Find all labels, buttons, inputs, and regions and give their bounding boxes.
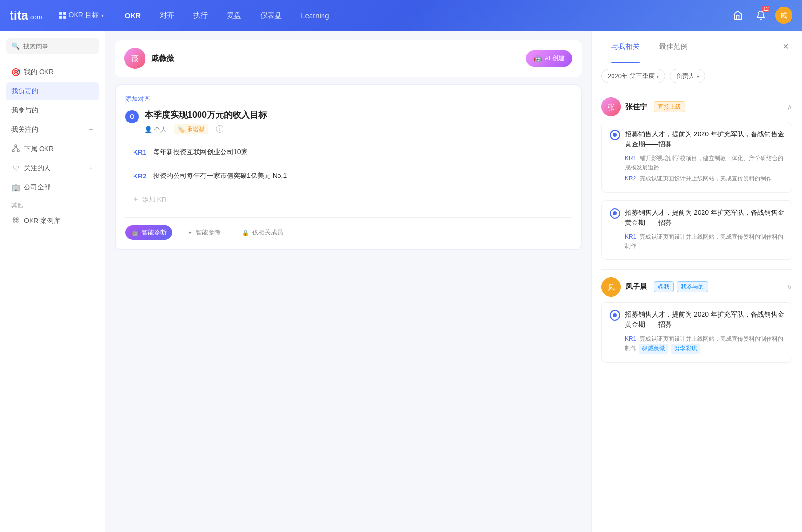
person-tags-zhang: 直接上级	[654, 101, 685, 112]
svg-text:张: 张	[608, 103, 615, 111]
sidebar-item-follow-people[interactable]: ♡ 关注的人 +	[6, 159, 99, 177]
okr-objective: O 本季度实现1000万元的收入目标 👤 个人 🏷️ 承诺型	[125, 109, 571, 134]
meta-personal: 👤 个人	[145, 125, 167, 134]
sidebar-item-subordinate-okr[interactable]: 下属 OKR	[6, 140, 99, 158]
right-panel: 与我相关 最佳范例 × 2020年 第三季度 ▾ 负责人 ▾	[591, 31, 802, 532]
svg-text:薇: 薇	[131, 55, 139, 63]
period-filter-label: 2020年 第三季度	[608, 72, 655, 80]
person-section-zhang: 张 张佳宁 直接上级 ∧	[602, 97, 792, 260]
subordinate-okr-label: 下属 OKR	[24, 145, 54, 154]
smart-diagnosis-button[interactable]: 🤖 智能诊断	[125, 225, 172, 240]
sidebar-item-following[interactable]: 我关注的 +	[6, 121, 99, 139]
objective-meta: 👤 个人 🏷️ 承诺型 ⓘ	[145, 124, 267, 134]
svg-point-7	[13, 218, 15, 220]
follow-people-label: 关注的人	[24, 164, 51, 173]
smart-reference-button[interactable]: ✦ 智能参考	[182, 225, 226, 240]
tab-best-practice[interactable]: 最佳范例	[649, 38, 697, 55]
add-follow-people-icon[interactable]: +	[89, 164, 93, 173]
add-align-link[interactable]: 添加对齐	[125, 95, 571, 103]
add-kr-button[interactable]: + 添加 KR	[125, 190, 571, 210]
owner-filter-label: 负责人	[676, 72, 695, 80]
kr-text-1: 每年新投资互联网创业公司10家	[153, 148, 248, 156]
search-icon: 🔍	[11, 42, 20, 50]
logo-tita: tita	[10, 8, 28, 23]
person-name-feng: 凤子晨	[625, 282, 647, 291]
result-title-text-feng-1[interactable]: 招募销售人才，提前为 2020 年扩充军队，备战销售金黄金期——招募	[625, 310, 784, 330]
collapse-zhang-button[interactable]: ∧	[787, 102, 792, 111]
kr-text-2: 投资的公司每年有一家市值突破1亿美元 No.1	[153, 172, 287, 180]
building-icon: 🏢	[11, 183, 20, 192]
participating-label: 我参与的	[11, 106, 38, 115]
nav-item-dashboard[interactable]: 仪表盘	[253, 8, 290, 23]
notification-badge: 12	[761, 6, 770, 12]
other-section-label: 其他	[6, 198, 99, 211]
nav-item-align[interactable]: 对齐	[152, 8, 182, 23]
nav-item-review[interactable]: 复盘	[219, 8, 249, 23]
ai-create-button[interactable]: 🤖 AI 创建	[526, 50, 572, 66]
nav-right-icons: 12 戚	[729, 7, 792, 24]
notification-icon-button[interactable]: 12	[752, 7, 769, 24]
search-input[interactable]	[23, 43, 93, 50]
owner-filter-button[interactable]: 负责人 ▾	[670, 69, 705, 83]
section-divider	[602, 269, 792, 270]
add-following-icon[interactable]: +	[89, 125, 93, 134]
kr-item-2[interactable]: KR2 投资的公司每年有一家市值突破1亿美元 No.1	[125, 166, 571, 186]
svg-line-5	[13, 147, 16, 150]
sidebar-item-responsible[interactable]: 我负责的	[6, 82, 99, 100]
sidebar-item-participating[interactable]: 我参与的	[6, 101, 99, 120]
related-members-button[interactable]: 🔒 仅相关成员	[236, 225, 289, 240]
kr-item-1[interactable]: KR1 每年新投资互联网创业公司10家	[125, 142, 571, 162]
grid-icon	[59, 12, 66, 19]
person-icon: 👤	[145, 126, 152, 133]
sidebar-item-company-all[interactable]: 🏢 公司全部	[6, 178, 99, 197]
okr-target-label: OKR 目标	[69, 11, 99, 20]
period-filter-arrow-icon: ▾	[657, 74, 659, 79]
meta-info-icon[interactable]: ⓘ	[216, 124, 223, 134]
case-library-icon	[11, 216, 20, 225]
kr-num-feng-icon: KR1	[625, 335, 636, 342]
search-box[interactable]: 🔍	[6, 38, 99, 54]
participating-tag: 我参与的	[677, 281, 708, 292]
okr-result-zhang-2: 招募销售人才，提前为 2020 年扩充军队，备战销售金黄金期——招募 KR1 完…	[602, 200, 792, 260]
result-title-text-zhang-2[interactable]: 招募销售人才，提前为 2020 年扩充军队，备战销售金黄金期——招募	[625, 208, 784, 228]
result-circle-feng-icon	[610, 310, 620, 321]
person-section-feng: 凤 凤子晨 @我 我参与的 ∨	[602, 277, 792, 363]
logo[interactable]: tita com	[10, 8, 42, 23]
dropdown-arrow-icon: ▾	[101, 13, 104, 18]
home-icon-button[interactable]	[729, 7, 746, 24]
sidebar-item-case-library[interactable]: OKR 案例库	[6, 211, 99, 230]
kr-detail-zhang-2-1: KR1 完成认证页面设计并上线网站，完成宣传资料的制作料的制作	[625, 233, 784, 251]
svg-point-3	[12, 150, 14, 152]
nav-item-execute[interactable]: 执行	[186, 8, 215, 23]
close-panel-button[interactable]: ×	[779, 40, 792, 54]
nav-item-learning[interactable]: Learning	[293, 9, 336, 22]
okr-result-title-zhang-1: 招募销售人才，提前为 2020 年扩充军队，备战销售金黄金期——招募	[610, 129, 784, 149]
target-icon: 🎯	[11, 68, 20, 77]
svg-point-4	[17, 150, 19, 152]
add-kr-label: 添加 KR	[142, 196, 167, 204]
objective-title[interactable]: 本季度实现1000万元的收入目标	[145, 109, 267, 121]
panel-content: 张 张佳宁 直接上级 ∧	[592, 89, 802, 532]
okr-actions: 🤖 智能诊断 ✦ 智能参考 🔒 仅相关成员	[125, 217, 571, 240]
mention-tag-2: @李彩琪	[671, 344, 700, 354]
flag-icon: 🏷️	[178, 126, 185, 133]
following-label: 我关注的	[11, 125, 38, 134]
person-name-zhang: 张佳宁	[625, 102, 647, 111]
main-panel: 薇 戚薇薇 🤖 AI 创建 添加对齐 O 本季度实现1000万元的收入目标	[105, 31, 591, 532]
collapse-feng-button[interactable]: ∨	[787, 282, 792, 291]
period-filter-button[interactable]: 2020年 第三季度 ▾	[602, 69, 665, 83]
okr-result-title-zhang-2: 招募销售人才，提前为 2020 年扩充军队，备战销售金黄金期——招募	[610, 208, 784, 228]
sidebar-item-my-okr[interactable]: 🎯 我的 OKR	[6, 63, 99, 81]
sparkle-icon: ✦	[188, 229, 193, 236]
person-avatar-zhang[interactable]: 张	[602, 97, 621, 116]
okr-target-dropdown[interactable]: OKR 目标 ▾	[54, 8, 110, 22]
tab-related-to-me[interactable]: 与我相关	[602, 38, 649, 55]
user-avatar-nav[interactable]: 戚	[775, 7, 792, 24]
svg-text:戚: 戚	[780, 11, 787, 19]
person-avatar-feng[interactable]: 凤	[602, 277, 621, 297]
add-kr-plus-icon: +	[133, 195, 138, 205]
user-avatar[interactable]: 薇	[124, 48, 145, 69]
nav-item-okr[interactable]: OKR	[117, 9, 148, 22]
result-title-text-zhang-1[interactable]: 招募销售人才，提前为 2020 年扩充军队，备战销售金黄金期——招募	[625, 129, 784, 149]
smart-diagnosis-label: 智能诊断	[142, 228, 167, 237]
